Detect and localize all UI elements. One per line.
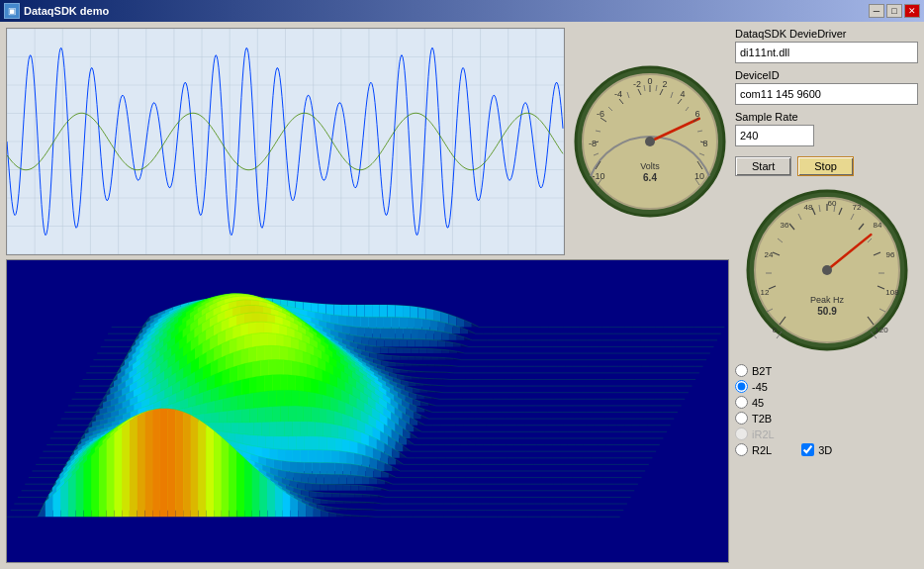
right-panel: DataqSDK DevieDriver DeviceID Sample Rat… [735,28,918,563]
top-section: -10 -8 -6 -4 -2 0 2 4 6 8 10 Volts 6.4 [6,28,729,255]
radio-pos45[interactable] [735,396,748,409]
device-input[interactable] [735,83,918,105]
radio-r2l[interactable] [735,443,748,456]
hz-gauge-svg: 0 12 24 36 48 60 72 84 96 108 120 [743,186,911,354]
svg-text:120: 120 [875,326,888,334]
checkbox-3d-item: 3D [801,443,832,456]
svg-text:12: 12 [760,288,769,297]
svg-text:-4: -4 [614,89,622,99]
radio-neg45[interactable] [735,380,748,393]
radio-t2b-label: T2B [752,413,772,425]
waveform-canvas [7,29,564,254]
driver-field-group: DataqSDK DevieDriver [735,28,918,63]
driver-label: DataqSDK DevieDriver [735,28,918,40]
left-panel: -10 -8 -6 -4 -2 0 2 4 6 8 10 Volts 6.4 [6,28,729,563]
svg-text:36: 36 [780,221,788,230]
svg-text:108: 108 [885,288,899,297]
svg-text:84: 84 [873,221,881,230]
svg-text:0: 0 [772,326,777,334]
svg-point-77 [822,265,832,275]
sample-label: Sample Rate [735,111,918,123]
app-icon: ▣ [4,3,20,19]
svg-text:-6: -6 [597,109,604,119]
radio-item-ir2l: iR2L [735,427,918,440]
control-buttons: Start Stop [735,156,918,176]
svg-text:6: 6 [694,109,699,119]
radio-item-45: 45 [735,396,918,409]
hz-gauge-container: 0 12 24 36 48 60 72 84 96 108 120 [735,186,918,354]
svg-text:50.9: 50.9 [817,306,837,317]
voltage-gauge-svg: -10 -8 -6 -4 -2 0 2 4 6 8 10 Volts 6.4 [571,62,729,221]
radio-pos45-label: 45 [752,397,764,409]
minimize-button[interactable]: ─ [869,4,884,18]
start-button[interactable]: Start [735,156,791,176]
radio-item-neg45: -45 [735,380,918,393]
svg-text:-2: -2 [633,79,641,89]
sample-field-group: Sample Rate [735,111,918,146]
window-controls: ─ □ ✕ [869,4,920,18]
radio-b2t[interactable] [735,364,748,377]
svg-point-3 [645,137,655,146]
close-button[interactable]: ✕ [904,4,920,18]
radio-item-b2t: B2T [735,364,918,377]
radio-ir2l-label: iR2L [752,428,775,440]
title-bar: ▣ DataqSDK demo ─ □ ✕ [0,0,924,22]
svg-text:Peak Hz: Peak Hz [809,295,844,305]
radio-b2t-label: B2T [752,365,772,377]
svg-text:60: 60 [827,199,836,208]
radio-r2l-label: R2L [752,444,772,456]
radio-neg45-label: -45 [752,381,768,393]
sample-input[interactable] [735,125,814,146]
radio-ir2l [735,427,748,440]
svg-text:-10: -10 [592,171,604,181]
device-label: DeviceID [735,69,918,81]
svg-text:Volts: Volts [640,161,660,171]
svg-text:72: 72 [852,203,861,212]
waveform-container [6,28,565,255]
window-content: -10 -8 -6 -4 -2 0 2 4 6 8 10 Volts 6.4 [0,22,924,569]
chart3d-container [6,259,729,563]
checkbox-3d-label: 3D [818,444,832,456]
svg-text:48: 48 [803,203,812,212]
radio-t2b[interactable] [735,412,748,425]
svg-text:0: 0 [647,76,652,86]
view-options: B2T -45 45 T2B iR2L R2L [735,364,918,456]
device-field-group: DeviceID [735,69,918,105]
radio-item-t2b: T2B [735,412,918,425]
stop-button[interactable]: Stop [797,156,854,176]
checkbox-3d[interactable] [801,443,814,456]
radio-item-r2l: R2L [735,443,772,456]
chart3d-canvas [7,260,728,562]
svg-text:2: 2 [662,79,667,89]
window-title: DataqSDK demo [24,5,869,17]
maximize-button[interactable]: □ [886,4,902,18]
voltage-gauge: -10 -8 -6 -4 -2 0 2 4 6 8 10 Volts 6.4 [571,62,729,221]
svg-text:6.4: 6.4 [643,172,657,183]
driver-input[interactable] [735,42,918,63]
svg-text:24: 24 [764,250,773,259]
svg-text:4: 4 [680,89,685,99]
svg-text:96: 96 [885,250,894,259]
